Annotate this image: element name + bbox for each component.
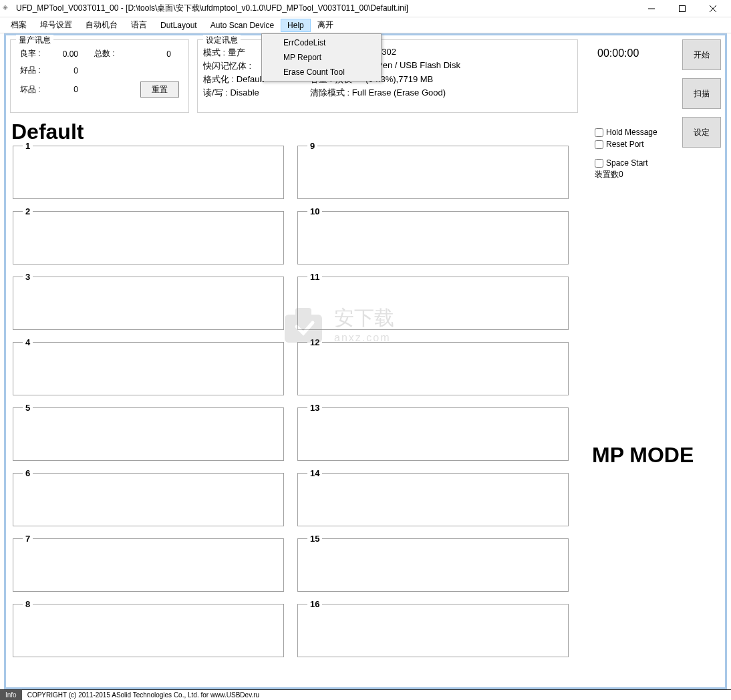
flash-label: 快闪记忆体 : [203, 61, 251, 71]
menu-exit[interactable]: 离开 [311, 17, 340, 33]
menu-auto[interactable]: 自动机台 [79, 17, 124, 33]
slot-12[interactable]: 12 [297, 342, 569, 395]
mode-label: 模式 : [203, 47, 228, 57]
slot-number: 8 [23, 599, 33, 609]
mp-mode-label: MP MODE [592, 443, 694, 468]
menu-dutlayout[interactable]: DutLayout [154, 19, 204, 32]
reset-port-checkbox[interactable] [595, 140, 603, 149]
titlebar: ◈ UFD_MPTool_V003T011_00 - [D:\tools\桌面\… [0, 0, 731, 17]
erase-label: 清除模式 : [310, 88, 352, 98]
menu-lang[interactable]: 语言 [124, 17, 154, 33]
rw-label: 读/写 : [203, 88, 230, 98]
menu-port[interactable]: 埠号设置 [33, 17, 79, 33]
space-start-label: Space Start [606, 158, 648, 168]
mode-value: 量产 [228, 47, 245, 57]
slot-number: 6 [23, 468, 33, 478]
minimize-button[interactable] [636, 0, 667, 17]
slot-number: 4 [23, 337, 33, 347]
slot-number: 11 [307, 272, 322, 282]
slot-8[interactable]: 8 [13, 604, 284, 657]
menubar: 档案 埠号设置 自动机台 语言 DutLayout Auto Scan Devi… [0, 17, 731, 33]
menu-help[interactable]: Help [281, 19, 311, 32]
right-panel: 00:00:00 开始 扫描 设定 Hold Message Reset Por… [589, 35, 725, 687]
bad-label: 坏品 : [16, 79, 51, 100]
slot-14[interactable]: 14 [297, 473, 569, 526]
slot-6[interactable]: 6 [13, 473, 284, 526]
menu-autoscan[interactable]: Auto Scan Device [204, 19, 281, 32]
slot-7[interactable]: 7 [13, 538, 284, 592]
reset-port-label: Reset Port [606, 140, 644, 149]
menu-mpreport[interactable]: MP Report [263, 50, 380, 65]
space-start-checkbox[interactable] [595, 159, 603, 168]
slot-number: 12 [307, 337, 322, 347]
slot-number: 13 [307, 403, 322, 413]
setting-button[interactable]: 设定 [682, 117, 721, 148]
reset-button[interactable]: 重置 [140, 81, 179, 98]
bottom-info: Info [0, 690, 22, 700]
erase-value: Full Erase (Erase Good) [352, 88, 446, 98]
slot-11[interactable]: 11 [297, 277, 569, 330]
slot-9[interactable]: 9 [297, 146, 569, 199]
bottom-copyright: COPYRIGHT (c) 2011-2015 ASolid Technolog… [22, 690, 731, 700]
total-value: 0 [126, 45, 183, 62]
slot-number: 14 [307, 468, 322, 478]
rw-value: Disable [230, 88, 259, 98]
good-label: 好品 : [16, 62, 51, 79]
slot-number: 1 [23, 141, 33, 151]
slot-5[interactable]: 5 [13, 407, 284, 461]
slot-15[interactable]: 15 [297, 538, 569, 592]
slot-number: 10 [307, 206, 322, 216]
menu-errcodelist[interactable]: ErrCodeList [263, 35, 380, 50]
pen-value: Pen / USB Flash Disk [377, 60, 460, 70]
settings-group: 设定讯息 模式 : 量产 1302 快闪记忆体 : Pen / USB Flas… [197, 39, 578, 113]
slot-number: 15 [307, 534, 322, 544]
settings-title: 设定讯息 [203, 35, 241, 46]
slot-13[interactable]: 13 [297, 407, 569, 461]
slot-number: 2 [23, 206, 33, 216]
close-button[interactable] [698, 0, 728, 17]
slot-number: 9 [307, 141, 317, 151]
slot-3[interactable]: 3 [13, 277, 284, 330]
format-value: Default [237, 74, 264, 84]
slot-number: 5 [23, 403, 33, 413]
device-count: 装置数0 [592, 169, 722, 180]
app-icon: ◈ [3, 3, 13, 14]
menu-file[interactable]: 档案 [4, 17, 33, 33]
slot-4[interactable]: 4 [13, 342, 284, 395]
slot-number: 16 [307, 599, 322, 609]
slot-2[interactable]: 2 [13, 211, 284, 265]
format-label: 格式化 : [203, 74, 237, 84]
hold-label: Hold Message [606, 128, 657, 137]
slot-16[interactable]: 16 [297, 604, 569, 657]
main-area: 量产讯息 良率 : 0.00 总数 : 0 好品 : 0 坏品 : 0 [4, 33, 727, 689]
help-dropdown: ErrCodeList MP Report Erase Count Tool [261, 33, 382, 81]
slot-10[interactable]: 10 [297, 211, 569, 265]
good-value: 0 [51, 62, 90, 79]
svg-rect-1 [680, 5, 686, 11]
bottom-strip: Info COPYRIGHT (c) 2011-2015 ASolid Tech… [0, 689, 731, 700]
maximize-button[interactable] [667, 0, 698, 17]
yield-value: 0.00 [51, 45, 90, 62]
production-title: 量产讯息 [16, 35, 53, 46]
window-title: UFD_MPTool_V003T011_00 - [D:\tools\桌面\安下… [16, 3, 636, 14]
slot-number: 3 [23, 272, 33, 282]
slot-number: 7 [23, 534, 33, 544]
start-button[interactable]: 开始 [682, 39, 721, 70]
menu-erasecount[interactable]: Erase Count Tool [263, 65, 380, 79]
hold-message-checkbox[interactable] [595, 128, 603, 137]
yield-label: 良率 : [16, 45, 51, 62]
scan-button[interactable]: 扫描 [682, 78, 721, 109]
production-group: 量产讯息 良率 : 0.00 总数 : 0 好品 : 0 坏品 : 0 [10, 39, 189, 113]
bad-value: 0 [51, 79, 90, 100]
total-label: 总数 : [90, 45, 126, 62]
slot-1[interactable]: 1 [13, 146, 284, 199]
